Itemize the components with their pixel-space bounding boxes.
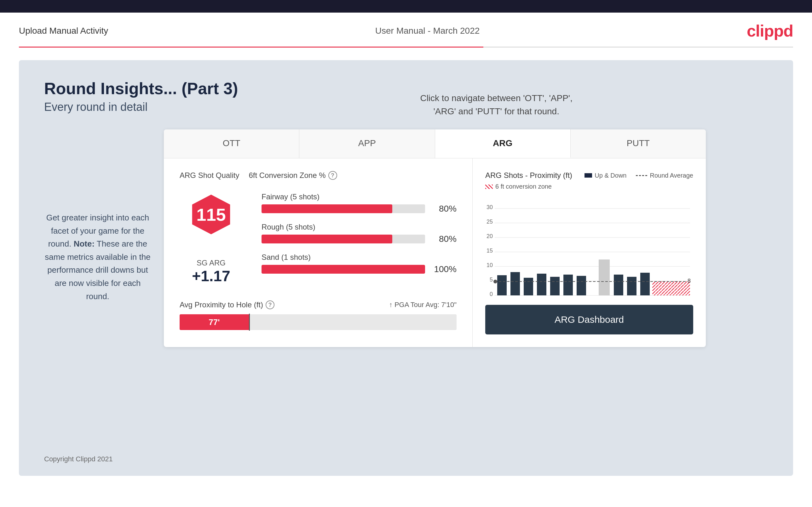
upload-label: Upload Manual Activity [19,26,108,36]
svg-text:5: 5 [490,277,493,283]
bar-fill-fairway [261,204,392,213]
legend-label-up-down: Up & Down [595,172,626,179]
top-bar [0,0,812,13]
hatch-area [652,281,690,295]
bar-1 [497,275,507,295]
bar-2 [510,272,520,295]
bar-5 [550,277,560,295]
bar-3 [524,278,533,295]
legend-hatch-box [485,184,493,189]
legend: Up & Down Round Average [585,172,693,179]
bar-fill-rough [261,235,392,243]
proximity-marker [249,314,250,331]
bar-pct-sand: 100% [432,264,457,274]
bar-pct-fairway: 80% [432,204,457,214]
sg-section: SG ARG +1.17 [192,259,230,285]
right-panel-header: ARG Shots - Proximity (ft) Up & Down Rou… [485,171,693,180]
bar-6 [563,275,573,295]
help-icon[interactable]: ? [328,171,337,180]
main-card: OTT APP ARG PUTT ARG Shot Quality 6ft Co… [164,129,706,347]
bar-large [599,260,610,295]
arg-dashboard-button[interactable]: ARG Dashboard [485,305,693,334]
header-left: Upload Manual Activity [19,26,108,36]
legend-label-conversion: 6 ft conversion zone [495,183,552,190]
svg-text:20: 20 [487,233,493,239]
proximity-help-icon[interactable]: ? [266,300,274,309]
legend-round-avg: Round Average [636,172,693,179]
section-title: Round Insights... (Part 3) [44,79,768,98]
sg-label: SG ARG [192,259,230,267]
svg-text:30: 30 [487,204,493,210]
hex-number: 115 [196,204,225,225]
bar-7 [577,276,586,295]
shot-row-fairway: Fairway (5 shots) 80% [261,192,457,214]
tab-app[interactable]: APP [299,129,435,158]
proximity-bar: 77' [180,314,457,330]
bar-9 [627,277,637,295]
conversion-zone-label: 6ft Conversion Zone % ? [249,171,337,180]
legend-up-down: Up & Down [585,172,626,179]
proximity-section: Avg Proximity to Hole (ft) ? ↑ PGA Tour … [180,300,457,330]
shot-quality-bars: Fairway (5 shots) 80% Rough (5 shots) [261,192,457,283]
tabs: OTT APP ARG PUTT [164,129,706,158]
bar-4 [537,274,546,295]
chart-area: 0 5 10 15 20 25 30 [485,196,693,298]
logo: clippd [747,21,793,40]
arg-chart: 0 5 10 15 20 25 30 [485,196,693,297]
tab-arg[interactable]: ARG [435,129,571,158]
main-content: Round Insights... (Part 3) Every round i… [19,60,793,476]
proximity-label: Avg Proximity to Hole (ft) ? [180,300,274,309]
bar-8 [614,275,623,295]
legend-label-round-avg: Round Average [650,172,693,179]
divider [19,47,793,48]
footer: Copyright Clippd 2021 [44,455,113,463]
left-panel: ARG Shot Quality 6ft Conversion Zone % ? [164,158,473,347]
header: Upload Manual Activity User Manual - Mar… [0,13,812,47]
copyright: Copyright Clippd 2021 [44,455,113,463]
shot-label-sand: Sand (1 shots) [261,253,457,262]
tab-putt[interactable]: PUTT [571,129,706,158]
shot-row-sand: Sand (1 shots) 100% [261,253,457,274]
navigation-hint: Click to navigate between 'OTT', 'APP','… [420,92,572,118]
shot-row-rough: Rough (5 shots) 80% [261,223,457,244]
svg-text:25: 25 [487,219,493,225]
bar-10 [640,273,650,295]
bar-fill-sand [261,265,425,274]
panel-header: ARG Shot Quality 6ft Conversion Zone % ? [180,171,457,180]
legend-conversion: 6 ft conversion zone [485,183,693,190]
sg-value: +1.17 [192,267,230,285]
shot-label-rough: Rough (5 shots) [261,223,457,231]
proximity-fill: 77' [180,314,249,330]
shot-quality-label: ARG Shot Quality [180,171,239,180]
shot-label-fairway: Fairway (5 shots) [261,192,457,201]
header-center: User Manual - March 2022 [375,26,479,36]
left-description: Get greater insight into each facet of y… [44,211,151,303]
svg-text:10: 10 [487,262,493,268]
right-panel-title: ARG Shots - Proximity (ft) [485,171,572,180]
legend-box-up-down [585,173,592,178]
section-subtitle: Every round in detail [44,101,768,114]
bar-pct-rough: 80% [432,234,457,244]
svg-text:15: 15 [487,247,493,254]
proximity-value: 77' [209,318,220,327]
svg-point-18 [494,280,497,283]
right-panel: ARG Shots - Proximity (ft) Up & Down Rou… [473,158,706,347]
tab-ott[interactable]: OTT [164,129,299,158]
svg-text:0: 0 [490,291,493,297]
card-body: ARG Shot Quality 6ft Conversion Zone % ? [164,158,706,347]
legend-dashed-avg [636,175,647,176]
svg-text:8: 8 [688,278,691,284]
pga-label: ↑ PGA Tour Avg: 7'10" [389,301,457,309]
hex-badge: 115 [189,192,233,236]
